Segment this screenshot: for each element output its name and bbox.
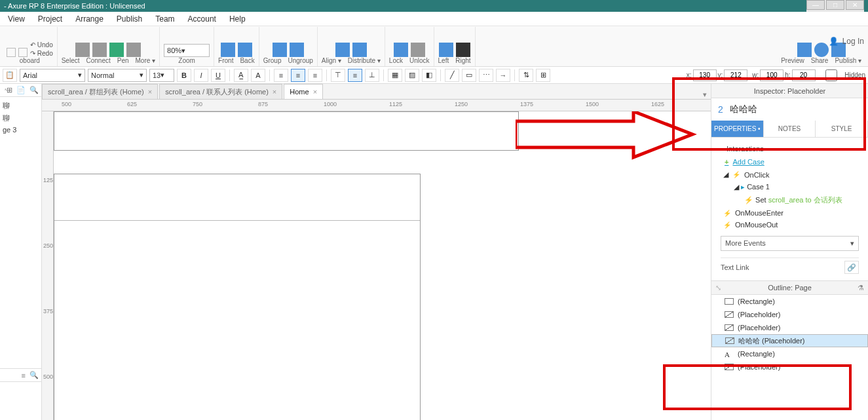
page-tree[interactable]: 聊 聊 ge 3 bbox=[0, 97, 41, 138]
action-set-panel[interactable]: ⚡ Set scroll_area to 会话列表 bbox=[718, 193, 861, 207]
redo-button[interactable]: ↷ Redo bbox=[30, 50, 53, 57]
group-button[interactable] bbox=[273, 43, 287, 57]
add-folder-icon[interactable]: 📄 bbox=[16, 86, 26, 94]
line-button[interactable]: ╱ bbox=[445, 69, 459, 82]
canvas[interactable] bbox=[54, 111, 711, 420]
underline-button[interactable]: U bbox=[211, 69, 225, 82]
arrow-button[interactable]: → bbox=[496, 69, 510, 82]
lib-search-icon[interactable]: 🔍 bbox=[29, 371, 39, 379]
borderstyle-button[interactable]: ⋯ bbox=[479, 69, 493, 82]
h-input[interactable] bbox=[792, 69, 816, 81]
canvas-widget-rect[interactable] bbox=[54, 111, 519, 151]
w-input[interactable] bbox=[760, 69, 783, 81]
y-input[interactable] bbox=[724, 69, 747, 81]
close-icon[interactable]: × bbox=[148, 88, 152, 96]
unlock-button[interactable] bbox=[411, 43, 425, 57]
menu-account[interactable]: Account bbox=[183, 13, 221, 25]
connect-tool[interactable] bbox=[92, 43, 107, 57]
close-icon[interactable]: × bbox=[313, 88, 317, 96]
add-case-link[interactable]: +Add Case bbox=[718, 155, 861, 168]
outline-row[interactable]: 哈哈哈 (Placeholder) bbox=[711, 334, 868, 347]
align-right-button[interactable]: ≡ bbox=[308, 69, 322, 82]
outline-row[interactable]: (Placeholder) bbox=[711, 308, 868, 321]
align-button[interactable] bbox=[335, 43, 350, 57]
menu-help[interactable]: Help bbox=[224, 13, 251, 25]
event-onmouseout[interactable]: ⚡OnMouseOut bbox=[718, 219, 861, 231]
tab-notes[interactable]: NOTES bbox=[764, 121, 816, 137]
cut-icon[interactable] bbox=[7, 48, 16, 57]
pen-tool[interactable] bbox=[109, 43, 124, 57]
hidden-checkbox[interactable] bbox=[820, 69, 843, 81]
minimize-button[interactable]: — bbox=[806, 0, 825, 10]
outline-row[interactable]: (Rectangle) bbox=[711, 295, 868, 308]
event-onclick[interactable]: ◢ ⚡OnClick bbox=[718, 168, 861, 181]
paste-icon[interactable]: 📋 bbox=[3, 69, 17, 82]
tab-properties[interactable]: PROPERTIES • bbox=[711, 121, 764, 137]
font-weight-select[interactable]: Normal▾ bbox=[88, 69, 147, 82]
menu-view[interactable]: View bbox=[3, 13, 30, 25]
svg-marker-0 bbox=[516, 111, 692, 157]
align-center-button[interactable]: ≡ bbox=[291, 69, 305, 82]
border-button[interactable]: ▭ bbox=[462, 69, 476, 82]
distribute-button[interactable] bbox=[352, 43, 367, 57]
x-input[interactable] bbox=[693, 69, 717, 81]
tab-home[interactable]: Home× bbox=[284, 84, 323, 99]
more-tools[interactable] bbox=[126, 43, 141, 57]
widget-name[interactable]: 哈哈哈 bbox=[730, 104, 757, 115]
more-events-select[interactable]: More Events▾ bbox=[721, 236, 859, 251]
canvas-widget-rect2[interactable] bbox=[54, 174, 421, 420]
text-color-button[interactable]: A̲ bbox=[234, 69, 248, 82]
login-link[interactable]: 👤Log In bbox=[829, 37, 864, 46]
tree-item[interactable]: ge 3 bbox=[3, 124, 39, 135]
outline-row[interactable]: (Placeholder) bbox=[711, 321, 868, 334]
menu-arrange[interactable]: Arrange bbox=[70, 13, 109, 25]
ungroup-button[interactable] bbox=[290, 43, 304, 57]
undo-button[interactable]: ↶ Undo bbox=[30, 41, 53, 48]
close-icon[interactable]: × bbox=[273, 88, 276, 96]
shadow-button[interactable]: ◧ bbox=[422, 69, 436, 82]
tab-style[interactable]: STYLE bbox=[816, 121, 868, 137]
filter-icon[interactable]: ⚗ bbox=[858, 284, 864, 292]
tree-item[interactable]: 聊 bbox=[3, 112, 39, 124]
select-tool[interactable] bbox=[75, 43, 90, 57]
preview-button[interactable] bbox=[797, 43, 812, 57]
strike-button[interactable]: A bbox=[251, 69, 265, 82]
tab-scroll-groups[interactable]: scroll_area / 群组列表 (Home)× bbox=[42, 84, 158, 99]
padding-button[interactable]: ⊞ bbox=[536, 69, 550, 82]
dock-left-button[interactable] bbox=[439, 43, 453, 57]
copy-icon[interactable] bbox=[18, 48, 28, 57]
menu-team[interactable]: Team bbox=[150, 13, 179, 25]
valign-bot-button[interactable]: ⊥ bbox=[365, 69, 379, 82]
bold-button[interactable]: B bbox=[177, 69, 191, 82]
menu-publish[interactable]: Publish bbox=[111, 13, 147, 25]
tab-scroll-contacts[interactable]: scroll_area / 联系人列表 (Home)× bbox=[159, 84, 282, 99]
fill-button[interactable]: ▦ bbox=[388, 69, 402, 82]
case-1[interactable]: ◢ ▸ Case 1 bbox=[718, 181, 861, 193]
dock-right-button[interactable] bbox=[456, 43, 470, 57]
link-button[interactable]: 🔗 bbox=[844, 261, 859, 274]
search-icon[interactable]: 🔍 bbox=[29, 86, 39, 94]
interactions-section[interactable]: ⌄ Interactions bbox=[718, 142, 861, 155]
menu-project[interactable]: Project bbox=[33, 13, 67, 25]
outline-row[interactable]: A(Rectangle) bbox=[711, 347, 868, 360]
share-button[interactable] bbox=[814, 43, 829, 57]
outline-row[interactable]: (Placeholder) bbox=[711, 360, 868, 373]
front-button[interactable] bbox=[221, 43, 235, 57]
zoom-select[interactable]: 80% ▾ bbox=[164, 44, 210, 57]
close-button[interactable]: ✕ bbox=[846, 0, 864, 10]
font-size-select[interactable]: 13 ▾ bbox=[149, 69, 174, 82]
tree-item[interactable]: 聊 bbox=[3, 100, 39, 112]
lock-button[interactable] bbox=[394, 43, 408, 57]
bg-button[interactable]: ▨ bbox=[405, 69, 419, 82]
lineheight-button[interactable]: ⇅ bbox=[519, 69, 533, 82]
event-onmouseenter[interactable]: ⚡OnMouseEnter bbox=[718, 207, 861, 219]
back-button[interactable] bbox=[238, 43, 252, 57]
valign-mid-button[interactable]: ≡ bbox=[348, 69, 362, 82]
maximize-button[interactable]: □ bbox=[826, 0, 844, 10]
italic-button[interactable]: I bbox=[194, 69, 208, 82]
font-select[interactable]: Arial▾ bbox=[20, 69, 85, 82]
align-left-button[interactable]: ≡ bbox=[274, 69, 288, 82]
lib-menu-icon[interactable]: ≡ bbox=[22, 372, 26, 379]
tabs-overflow-icon[interactable]: ▾ bbox=[699, 90, 711, 99]
valign-top-button[interactable]: ⊤ bbox=[331, 69, 345, 82]
